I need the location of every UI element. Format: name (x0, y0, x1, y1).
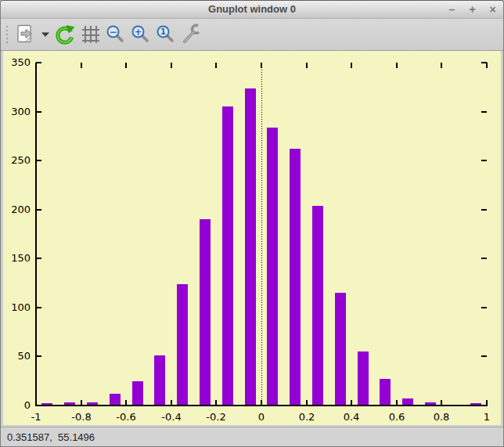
x-tick-label: -1 (31, 411, 41, 423)
grid-toggle-button[interactable] (78, 22, 102, 47)
zoom-out-button[interactable]: − (103, 22, 127, 47)
y-tick-label: 200 (11, 204, 31, 215)
export-button[interactable] (14, 22, 38, 47)
histogram-bar (402, 398, 413, 406)
x-tick-label: 0.8 (434, 411, 450, 423)
plot-area-frame: -1-0.8-0.6-0.4-0.200.20.40.60.8105010015… (1, 51, 503, 427)
y-tick-label: 250 (11, 154, 31, 166)
export-menu-button[interactable] (39, 22, 52, 47)
zoom-in-icon: + (129, 23, 151, 45)
y-tick-label: 350 (11, 56, 31, 68)
zoom-reset-icon: 1 (154, 23, 176, 45)
histogram-bar (154, 355, 165, 406)
y-tick-label: 150 (11, 252, 31, 264)
maximize-button[interactable]: + (466, 4, 478, 16)
histogram-bar (358, 351, 369, 406)
histogram-bar (222, 106, 233, 406)
plot-canvas[interactable]: -1-0.8-0.6-0.4-0.200.20.40.60.8105010015… (3, 51, 501, 425)
grid-icon (79, 23, 101, 45)
histogram-bar (177, 284, 188, 406)
zoom-out-icon: − (104, 23, 126, 45)
gnuplot-window: Gnuplot window 0 – + × (0, 0, 504, 447)
svg-text:1: 1 (160, 27, 166, 36)
histogram-bar (335, 293, 346, 406)
close-button[interactable]: × (487, 4, 499, 16)
x-tick-label: 0.4 (344, 411, 360, 423)
histogram-bar (110, 394, 121, 406)
status-bar: 0.351587, 55.1496 (1, 427, 503, 447)
toolbar: − + 1 (1, 19, 503, 51)
minimize-button[interactable]: – (446, 4, 458, 16)
x-tick-label: -0.4 (161, 411, 181, 423)
x-tick-label: 0.6 (389, 411, 405, 423)
cursor-coordinates: 0.351587, 55.1496 (7, 431, 95, 443)
wrench-icon (179, 23, 201, 45)
histogram-bar (312, 206, 323, 406)
histogram-bar (245, 88, 256, 406)
svg-text:−: − (109, 27, 117, 38)
zoom-in-button[interactable]: + (128, 22, 152, 47)
x-tick-label: -0.8 (71, 411, 91, 423)
histogram-bar (132, 381, 143, 406)
window-title: Gnuplot window 0 (1, 3, 503, 15)
histogram-bar (380, 379, 391, 406)
x-tick-label: -0.2 (206, 411, 225, 423)
y-tick-label: 300 (11, 106, 31, 117)
y-tick-label: 0 (24, 399, 31, 411)
zoom-reset-button[interactable]: 1 (153, 22, 177, 47)
titlebar[interactable]: Gnuplot window 0 – + × (1, 1, 503, 19)
svg-text:+: + (134, 27, 142, 38)
export-page-icon (15, 23, 37, 45)
histogram-bar (290, 149, 301, 406)
window-controls: – + × (446, 1, 499, 18)
x-tick-label: 0.2 (299, 411, 315, 423)
replot-button[interactable] (53, 22, 77, 47)
y-tick-label: 100 (11, 301, 31, 313)
y-tick-label: 50 (17, 350, 31, 362)
x-tick-label: 0 (258, 411, 265, 423)
x-tick-label: 1 (484, 411, 490, 423)
toolbar-drag-handle[interactable] (4, 23, 10, 45)
x-tick-label: -0.6 (116, 411, 135, 423)
settings-button[interactable] (178, 22, 202, 47)
dropdown-arrow-icon (41, 31, 49, 38)
histogram-bar (267, 128, 278, 406)
histogram-bar (200, 219, 211, 406)
refresh-icon (54, 23, 76, 45)
